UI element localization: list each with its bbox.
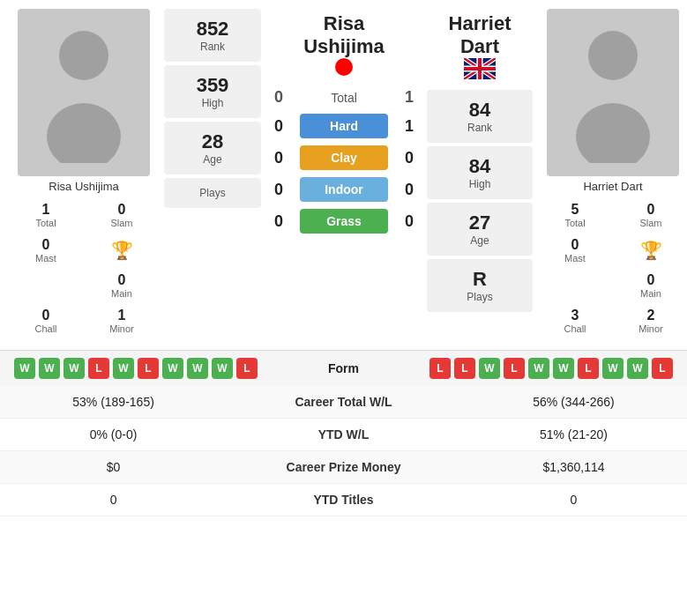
form-badge: L [429, 358, 451, 379]
form-badge: W [528, 358, 549, 379]
player2-card: Harriet Dart 5 Total 0 Slam 0 Mast 🏆 0 M… [538, 9, 687, 338]
total-score-p1: 0 [266, 88, 291, 107]
player1-age-box: 28 Age [164, 122, 261, 174]
total-score-row: 0 Total 1 [266, 86, 422, 108]
player2-main-value: 0 [616, 272, 686, 288]
form-badge: W [187, 358, 208, 379]
hard-surface-btn: Hard [300, 114, 388, 138]
stats-label: Career Prize Money [227, 451, 460, 484]
player2-mast-cell: 0 Mast [538, 234, 612, 267]
grass-score-p2: 0 [397, 212, 422, 231]
player2-main-cell: 0 Main [614, 269, 687, 302]
player1-chall-value: 0 [11, 308, 81, 323]
stats-label: YTD Titles [227, 484, 460, 516]
player1-trophy-icon: 🏆 [111, 240, 133, 261]
form-badge: L [652, 358, 673, 379]
svg-point-3 [588, 31, 638, 80]
player1-flag-row [266, 58, 422, 76]
player1-trophy-cell: 🏆 [85, 234, 159, 267]
hard-score-p1: 0 [266, 117, 291, 136]
form-badge: L [88, 358, 109, 379]
player1-main-cell: 0 Main [85, 269, 159, 302]
stats-p2-value: $1,360,114 [460, 451, 687, 484]
form-badge: W [39, 358, 60, 379]
player1-total-cell: 1 Total [9, 198, 83, 232]
player2-form-badges: LLWLWWLWWL [404, 358, 674, 379]
player2-mast-value: 0 [540, 237, 610, 253]
stats-p1-value: 53% (189-165) [0, 386, 227, 419]
player1-slam-value: 0 [86, 202, 157, 218]
player1-mast-cell: 0 Mast [9, 234, 83, 267]
form-badge: W [627, 358, 648, 379]
career-stats-table: 53% (189-165) Career Total W/L 56% (344-… [0, 386, 687, 516]
clay-score-p1: 0 [266, 149, 291, 167]
form-badge: W [63, 358, 85, 379]
player1-chall-label: Chall [11, 323, 81, 334]
total-score-p2: 1 [397, 88, 422, 107]
player2-right-stats: Harriet Dart 84 Rank 84 High 27 Age [427, 9, 533, 338]
player2-slam-label: Slam [616, 218, 686, 228]
player2-age-label: Age [432, 234, 527, 247]
player1-high-value: 359 [169, 74, 256, 97]
clay-surface-btn: Clay [300, 145, 388, 170]
indoor-score-row: 0 Indoor 0 [266, 175, 422, 204]
player2-chall-value: 3 [540, 308, 610, 323]
player1-minor-value: 1 [86, 308, 157, 323]
player2-main-label: Main [616, 288, 686, 299]
stats-row: 53% (189-165) Career Total W/L 56% (344-… [0, 386, 687, 419]
player1-plays-box: Plays [164, 178, 261, 208]
player2-slam-cell: 0 Slam [614, 198, 687, 232]
player1-rank-value: 852 [169, 18, 256, 41]
player1-plays-label: Plays [169, 187, 256, 199]
indoor-score-p1: 0 [266, 181, 291, 199]
svg-point-0 [59, 31, 108, 80]
stats-row: 0% (0-0) YTD W/L 51% (21-20) [0, 419, 687, 451]
hard-score-p2: 1 [397, 117, 422, 136]
grass-surface-btn: Grass [300, 209, 388, 234]
svg-point-1 [47, 103, 121, 163]
player2-age-box: 27 Age [427, 203, 533, 256]
form-section: WWWLWLWWWL Form LLWLWWLWWL [0, 350, 687, 386]
player1-high-label: High [169, 97, 256, 109]
player2-minor-cell: 2 Minor [614, 304, 687, 338]
form-badge: L [504, 358, 525, 379]
player2-header-name: Harriet Dart [427, 12, 533, 58]
player2-high-value: 84 [432, 155, 527, 178]
player2-rank-label: Rank [432, 122, 527, 134]
form-badge: L [138, 358, 159, 379]
form-badge: W [602, 358, 624, 379]
uk-flag-icon [464, 58, 496, 79]
japan-flag-icon [335, 58, 353, 76]
player2-plays-label: Plays [432, 291, 527, 303]
center-area: Risa Ushijima 0 Total 1 0 Hard 1 0 Clay … [266, 9, 422, 338]
player1-mast-value: 0 [11, 237, 81, 253]
player1-middle-stats: 852 Rank 359 High 28 Age Plays [164, 9, 261, 338]
player2-chall-cell: 3 Chall [538, 304, 612, 338]
player1-form-badges: WWWLWLWWWL [14, 358, 284, 379]
player1-minor-cell: 1 Minor [85, 304, 159, 338]
player2-stats: 5 Total 0 Slam 0 Mast 🏆 0 Main 3 Chall [538, 198, 687, 338]
player2-total-cell: 5 Total [538, 198, 612, 232]
stats-p2-value: 0 [460, 484, 687, 516]
player2-flag-row [427, 58, 533, 79]
stats-label: Career Total W/L [227, 386, 460, 419]
player1-main-value: 0 [86, 272, 157, 288]
clay-score-p2: 0 [397, 149, 422, 167]
stats-p1-value: $0 [0, 451, 227, 484]
stats-row: $0 Career Prize Money $1,360,114 [0, 451, 687, 484]
player1-header-name: Risa Ushijima [266, 12, 422, 58]
player1-slam-label: Slam [86, 218, 157, 228]
form-badge: W [553, 358, 574, 379]
player2-plays-value: R [432, 268, 527, 291]
player2-minor-value: 2 [616, 308, 686, 323]
form-label: Form [291, 361, 397, 375]
player2-trophy-icon: 🏆 [640, 240, 662, 261]
player2-plays-box: R Plays [427, 259, 533, 312]
player1-card: Risa Ushijima 1 Total 0 Slam 0 Mast 🏆 0 … [9, 9, 159, 338]
stats-p1-value: 0% (0-0) [0, 419, 227, 451]
form-badge: W [162, 358, 183, 379]
indoor-score-p2: 0 [397, 181, 422, 199]
player1-total-label: Total [11, 218, 81, 228]
player2-high-label: High [432, 178, 527, 190]
player2-total-value: 5 [540, 202, 610, 218]
